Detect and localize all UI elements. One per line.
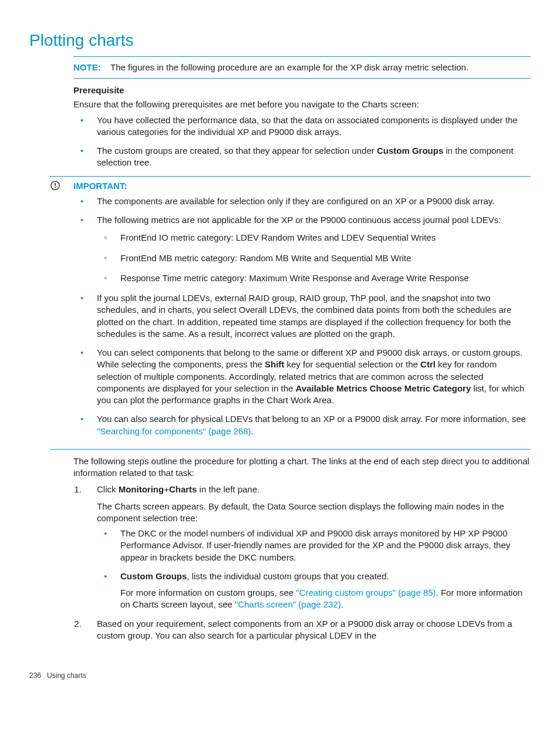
text: The custom groups are created, so that t… [97, 146, 377, 156]
note-text: The figures in the following procedure a… [110, 62, 468, 72]
page-number: 236 [29, 671, 41, 680]
bold-text: Custom Groups [377, 146, 443, 156]
list-item: FrontEnd MB metric category: Random MB W… [97, 252, 531, 264]
list-item: If you split the journal LDEVs, external… [73, 292, 531, 340]
text: key for sequential selection or the [284, 359, 420, 369]
procedure-steps: Click Monitoring+Charts in the left pane… [73, 484, 531, 642]
link-searching-components[interactable]: "Searching for components" (page 268) [97, 426, 251, 436]
text: You can also search for physical LDEVs t… [97, 414, 526, 424]
list-item: Custom Groups, lists the individual cust… [97, 571, 531, 611]
text: The following metrics are not applicable… [97, 215, 501, 225]
list-item: The components are available for selecti… [73, 195, 531, 207]
step-1-list: The DKC or the model numbers of individu… [97, 528, 531, 611]
list-item: You have collected the performance data,… [73, 114, 531, 139]
bold-text: Ctrl [420, 359, 436, 369]
important-block: IMPORTANT: The components are available … [50, 176, 531, 450]
list-item: You can also search for physical LDEVs t… [73, 413, 531, 437]
text: + [164, 484, 169, 494]
note-block: NOTE: The figures in the following proce… [73, 56, 531, 79]
text: , lists the individual custom groups tha… [187, 571, 389, 581]
list-item: The DKC or the model numbers of individu… [97, 528, 531, 563]
footer-section: Using charts [47, 671, 86, 680]
text: . [251, 426, 253, 436]
list-item: The following metrics are not applicable… [73, 214, 531, 284]
step-1-para: The Charts screen appears. By default, t… [97, 501, 531, 525]
bold-text: Monitoring [119, 484, 164, 494]
page-footer: 236 Using charts [29, 671, 531, 680]
important-icon [50, 180, 60, 191]
list-item: The custom groups are created, so that t… [73, 145, 531, 169]
important-label: IMPORTANT: [73, 180, 531, 192]
link-creating-custom-groups[interactable]: "Creating custom groups" (page 85) [296, 588, 436, 598]
step-1: Click Monitoring+Charts in the left pane… [84, 484, 531, 610]
text: . [341, 599, 343, 609]
important-list: The components are available for selecti… [73, 195, 531, 437]
prerequisite-lead: Ensure that the following prerequisites … [73, 99, 531, 110]
svg-rect-1 [55, 183, 56, 185]
bold-text: Shift [265, 359, 284, 369]
text: in the left pane. [197, 484, 259, 494]
section-heading: Plotting charts [29, 29, 531, 52]
list-item: FrontEnd IO metric category: LDEV Random… [97, 232, 531, 244]
content-body: NOTE: The figures in the following proce… [73, 56, 531, 642]
list-item: Response Time metric category: Maximum W… [97, 272, 531, 284]
prerequisite-heading: Prerequisite [73, 85, 531, 96]
sub-list: FrontEnd IO metric category: LDEV Random… [97, 232, 531, 284]
link-charts-screen[interactable]: "Charts screen" (page 232) [235, 599, 341, 609]
bold-text: Charts [169, 484, 197, 494]
bold-text: Custom Groups [120, 571, 187, 581]
bold-text: Available Metrics Choose Metric Category [296, 383, 471, 393]
step-2: Based on your requirement, select compon… [84, 618, 531, 642]
list-item: You can select components that belong to… [73, 347, 531, 406]
note-label: NOTE: [73, 62, 101, 72]
text: For more information on custom groups, s… [120, 588, 296, 598]
text: Click [97, 484, 119, 494]
procedure-lead: The following steps outline the procedur… [73, 455, 531, 480]
prerequisite-list: You have collected the performance data,… [73, 114, 531, 169]
svg-rect-2 [55, 187, 56, 188]
